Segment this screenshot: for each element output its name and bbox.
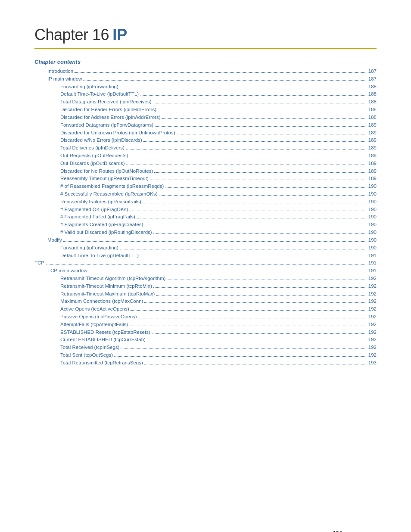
toc-entry[interactable]: Total Datagrams Received (ipInReceives)1… <box>34 98 377 106</box>
toc-page: 190 <box>368 221 377 229</box>
toc-entry-text: IP main window <box>47 75 82 83</box>
toc-entry-text: Maximum Connections (tcpMaxConn) <box>60 298 143 305</box>
toc-dots <box>120 88 367 88</box>
toc-entry[interactable]: Out Discards (ipOutDiscards)189 <box>34 160 377 168</box>
toc-entry-text: TCP <box>34 259 44 267</box>
toc-entry[interactable]: IP main window187 <box>34 75 377 83</box>
toc-entry[interactable]: Total Retransmitted (tcpRetransSegs)193 <box>34 359 377 367</box>
toc-dots <box>143 141 367 142</box>
toc-page: 187 <box>368 68 377 75</box>
toc-entry[interactable]: Modify190 <box>34 236 377 244</box>
toc-dots <box>153 287 367 288</box>
toc-entry-text: Total Datagrams Received (ipInReceives) <box>60 98 152 106</box>
toc-entry-text: # Valid but Discarded (ipRoutingDiscards… <box>60 229 152 236</box>
toc-page: 191 <box>368 252 377 260</box>
toc-entry-text: Retransmit-Timeout Maximum (tcpRtoMax) <box>60 290 155 298</box>
toc-entry[interactable]: Retransmit-Timeout Algorithm (tcpRtoAlgo… <box>34 275 377 283</box>
toc-entry[interactable]: Introduction187 <box>34 68 377 75</box>
toc-entry[interactable]: TCP191 <box>34 259 377 267</box>
toc-entry[interactable]: Discarded for Header Errors (ipInHdrErro… <box>34 106 377 114</box>
toc-page: 192 <box>368 275 377 283</box>
toc-page: 192 <box>368 329 377 336</box>
toc-page: 192 <box>368 298 377 305</box>
toc-entry[interactable]: Forwarding (ipForwarding)190 <box>34 244 377 252</box>
toc-dots <box>88 272 367 272</box>
toc-dots <box>126 149 367 149</box>
toc-page: 189 <box>368 137 377 144</box>
toc-dots <box>144 364 367 364</box>
toc-entry[interactable]: Retransmit-Timeout Maximum (tcpRtoMax)19… <box>34 290 377 298</box>
toc-entry[interactable]: Reassembly Failures (ipReasmFails)190 <box>34 198 377 206</box>
toc-entry[interactable]: ESTABLISHED Resets (tcpEstabResets)192 <box>34 329 377 336</box>
toc-entry[interactable]: # Fragments Created (ipFragCreates)190 <box>34 221 377 229</box>
toc-entry[interactable]: Forwarded Datagrams (ipForwDatagrams)189 <box>34 121 377 129</box>
toc-dots <box>177 134 367 134</box>
toc-entry-text: Discarded w/No Errors (ipInDiscards) <box>60 137 142 144</box>
toc-page: 190 <box>368 206 377 214</box>
toc-entry[interactable]: Total Sent (tcpOutSegs)192 <box>34 352 377 359</box>
toc-entry[interactable]: Retransmit-Timeout Minimum (tcpRtoMin)19… <box>34 283 377 290</box>
toc-page: 192 <box>368 283 377 290</box>
toc-page: 190 <box>368 229 377 236</box>
toc-entry-text: Default Time-To-Live (ipDefaultTTL) <box>60 252 139 260</box>
toc-entry[interactable]: Default Time-To-Live (ipDefaultTTL)188 <box>34 90 377 98</box>
toc-entry[interactable]: Default Time-To-Live (ipDefaultTTL)191 <box>34 252 377 260</box>
toc-entry-text: # of Reassembled Fragments (ipReasmReqds… <box>60 183 164 190</box>
toc-dots <box>46 264 367 264</box>
toc-entry[interactable]: # of Reassembled Fragments (ipReasmReqds… <box>34 183 377 190</box>
toc-entry-text: Active Opens (tcpActiveOpens) <box>60 305 129 313</box>
toc-dots <box>159 195 367 196</box>
toc-page: 190 <box>368 213 377 221</box>
toc-page: 190 <box>368 190 377 198</box>
toc-entry-text: Reassembly Timeout (ipReasmTimeout) <box>60 175 149 183</box>
toc-entry[interactable]: Attempt/Fails (tcpAttemptFails)192 <box>34 321 377 329</box>
toc-page: 187 <box>368 75 377 83</box>
toc-entry[interactable]: TCP main window191 <box>34 267 377 275</box>
toc-dots <box>156 295 367 296</box>
toc-entry-text: Modify <box>47 236 62 244</box>
toc-entry[interactable]: Discarded for Address Errors (ipInAddrEr… <box>34 114 377 121</box>
toc-entry[interactable]: Maximum Connections (tcpMaxConn)192 <box>34 298 377 305</box>
toc-dots <box>120 249 367 249</box>
toc-entry-text: TCP main window <box>47 267 87 275</box>
toc-entry[interactable]: Reassembly Timeout (ipReasmTimeout)189 <box>34 175 377 183</box>
toc-page: 192 <box>368 313 377 321</box>
toc-page: 190 <box>368 183 377 190</box>
toc-entry-text: Introduction <box>47 68 73 75</box>
toc-entry[interactable]: # Fragmented OK (ipFragOKs)190 <box>34 206 377 214</box>
toc-entry[interactable]: Discarded for Unknown Protos (ipInUnknow… <box>34 129 377 137</box>
toc-entry-text: Current ESTABLISHED (tcpCurrEstab) <box>60 336 146 344</box>
toc-entry-text: Forwarded Datagrams (ipForwDatagrams) <box>60 121 153 129</box>
toc-dots <box>63 241 367 242</box>
toc-dots <box>121 348 367 349</box>
toc-page: 192 <box>368 336 377 344</box>
toc-page: 192 <box>368 290 377 298</box>
toc-entry[interactable]: # Valid but Discarded (ipRoutingDiscards… <box>34 229 377 236</box>
toc-entry[interactable]: Total Received (tcpInSegs)192 <box>34 344 377 352</box>
toc-entry-text: Discarded for Address Errors (ipInAddrEr… <box>60 114 161 121</box>
chapter-contents-label: Chapter contents <box>34 59 377 65</box>
toc-entry[interactable]: # Successfully Reassembled (ipReasmOKs)1… <box>34 190 377 198</box>
toc-dots <box>154 172 367 173</box>
toc-entry-text: Default Time-To-Live (ipDefaultTTL) <box>60 90 139 98</box>
toc-entry-text: Forwarding (ipForwarding) <box>60 83 118 91</box>
toc-entry[interactable]: Active Opens (tcpActiveOpens)192 <box>34 305 377 313</box>
toc-entry[interactable]: Out Requests (ipOutRequests)189 <box>34 152 377 160</box>
toc-dots <box>155 126 367 127</box>
toc-entry[interactable]: Current ESTABLISHED (tcpCurrEstab)192 <box>34 336 377 344</box>
toc-page: 191 <box>368 259 377 267</box>
toc-entry[interactable]: Discarded w/No Errors (ipInDiscards)189 <box>34 137 377 144</box>
toc-dots <box>144 226 367 226</box>
toc-entry[interactable]: Total Deliveries (ipInDelivers)189 <box>34 144 377 152</box>
toc-page: 189 <box>368 152 377 160</box>
toc-entry[interactable]: # Fragmented Failed (ipFragFails)190 <box>34 213 377 221</box>
toc-entry-text: # Fragmented Failed (ipFragFails) <box>60 213 135 221</box>
toc-entry[interactable]: Discarded for No Routes (ipOutNoRoutes)1… <box>34 168 377 175</box>
toc-entry-text: Discarded for Header Errors (ipInHdrErro… <box>60 106 156 114</box>
toc-dots <box>129 326 367 326</box>
toc-dots <box>83 80 367 81</box>
toc-entry[interactable]: Forwarding (ipForwarding)188 <box>34 83 377 91</box>
toc-entry[interactable]: Passive Opens (tcpPassiveOpens)192 <box>34 313 377 321</box>
toc-entry-text: Attempt/Fails (tcpAttemptFails) <box>60 321 128 329</box>
toc-entry-text: # Successfully Reassembled (ipReasmOKs) <box>60 190 158 198</box>
